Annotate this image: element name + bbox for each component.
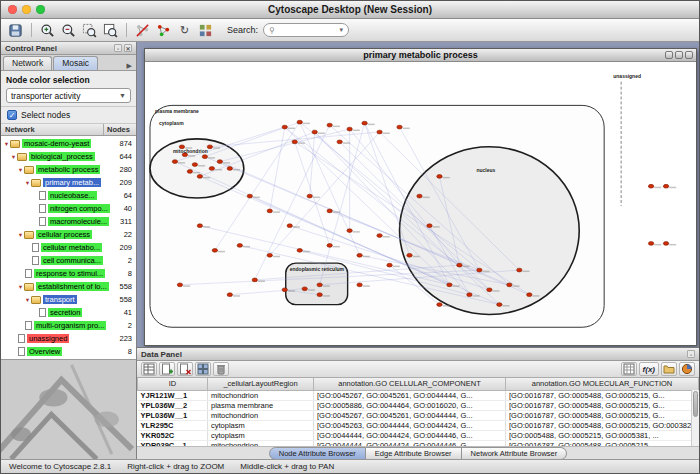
network-node[interactable] [327,209,332,213]
column-header-network[interactable]: Network [1,124,104,135]
save-session-button[interactable] [6,21,25,40]
tree-item-primary-metab[interactable]: ▼primary metab...209 [1,176,136,189]
network-node[interactable] [209,167,214,171]
column-header-id[interactable]: ID [138,378,208,390]
tree-item-overview[interactable]: Overview8 [1,345,136,358]
network-node[interactable] [247,194,252,198]
network-node[interactable] [207,145,212,149]
network-node[interactable] [517,268,522,272]
network-node[interactable] [197,175,202,179]
select-attributes-button[interactable] [141,362,157,376]
network-node[interactable] [327,244,332,248]
float-panel-icon[interactable]: ▫ [687,350,695,358]
network-node[interactable] [312,130,317,134]
network-node[interactable] [327,123,332,127]
network-node[interactable] [192,163,197,167]
tree-item-mosaic-demo-yeast[interactable]: ▼mosaic-demo-yeast874 [1,137,136,150]
minimize-window-button[interactable] [22,5,31,14]
network-node[interactable] [252,278,257,282]
network-node[interactable] [507,283,512,287]
frame-maximize-button[interactable] [675,51,683,59]
network-node[interactable] [457,263,462,267]
attribute-matrix-button[interactable] [621,362,637,376]
hide-selected-button[interactable] [133,21,152,40]
tree-expand-icon[interactable]: ▼ [24,180,31,186]
network-overview[interactable] [1,359,136,459]
network-node[interactable] [497,303,502,307]
network-node[interactable] [227,293,232,297]
float-panel-icon[interactable]: ▫ [114,44,122,52]
zoom-out-button[interactable] [59,21,78,40]
tree-item-metabolic-process[interactable]: ▼metabolic process280 [1,163,136,176]
close-panel-icon[interactable]: ✕ [124,44,132,52]
zoom-window-button[interactable] [36,5,45,14]
network-node[interactable] [267,209,272,213]
table-row[interactable]: YPL036W__1mitochondrion[GO:0045267, GO:0… [138,410,699,420]
attribute-chart-button[interactable] [679,362,695,376]
frame-close-button[interactable] [685,51,693,59]
tab-network-attribute-browser[interactable]: Network Attribute Browser [462,447,568,460]
table-row[interactable]: YKR052Ccytoplasm[GO:0044444, GO:0044424,… [138,430,699,440]
search-input[interactable]: ⚲ ▾ [263,23,349,37]
tree-expand-icon[interactable]: ▼ [10,154,17,160]
zoom-fit-button[interactable] [101,21,120,40]
network-node[interactable] [467,293,472,297]
network-node[interactable] [377,130,382,134]
network-canvas[interactable]: plasma membrane cytoplasm mitochondrion … [145,62,696,345]
tab-mosaic[interactable]: Mosaic [53,56,98,70]
tree-item-response-to-stimul[interactable]: response to stimul...8 [1,267,136,280]
table-row[interactable]: YPL036W__2plasma membrane[GO:0005886, GO… [138,400,699,410]
network-node[interactable] [217,160,222,164]
network-node[interactable] [427,224,432,228]
network-node[interactable] [663,242,668,246]
tree-item-cellular-process[interactable]: ▼cellular process22 [1,228,136,241]
tab-node-attribute-browser[interactable]: Node Attribute Browser [269,447,366,460]
tree-item-multi-organism-pro[interactable]: multi-organism pro...2 [1,319,136,332]
column-header-annotation-go-cellular-component[interactable]: annotation.GO CELLULAR_COMPONENT [314,378,506,390]
network-node[interactable] [527,293,532,297]
apply-layout-button[interactable]: ↻ [175,21,194,40]
tree-item-cell-communica[interactable]: cell communica...2 [1,254,136,267]
tree-expand-icon[interactable]: ▼ [17,284,24,290]
delete-attribute-button[interactable] [177,362,193,376]
table-row[interactable]: YLR295Ccytoplasm[GO:0045263, GO:0044444,… [138,420,699,430]
create-network-from-selection-button[interactable] [154,21,173,40]
network-node[interactable] [282,288,287,292]
tree-item-macromolecule[interactable]: macromolecule...311 [1,215,136,228]
table-scrollbar[interactable] [691,390,699,446]
delete-row-button[interactable] [213,362,229,376]
network-node[interactable] [487,288,492,292]
network-node[interactable] [227,167,232,171]
network-node[interactable] [177,283,182,287]
search-dropdown-icon[interactable]: ▾ [340,26,344,34]
network-node[interactable] [267,253,272,257]
network-view[interactable]: plasma membrane cytoplasm mitochondrion … [145,62,696,345]
import-attributes-button[interactable] [661,362,677,376]
tab-edge-attribute-browser[interactable]: Edge Attribute Browser [366,447,462,460]
function-builder-button[interactable]: f(x) [639,362,659,376]
tree-item-nucleobase[interactable]: nucleobase...64 [1,189,136,202]
tree-expand-icon[interactable]: ▼ [17,167,24,173]
tree-item-cellular-metabo[interactable]: cellular metabo...209 [1,241,136,254]
network-node[interactable] [292,140,297,144]
tree-expand-icon[interactable]: ▼ [3,141,10,147]
network-node[interactable] [477,268,482,272]
network-node[interactable] [347,229,352,233]
tree-item-establishment-of-lo[interactable]: ▼establishment of lo...558 [1,280,136,293]
network-node[interactable] [663,184,668,188]
table-scrollbar-thumb[interactable] [693,391,698,417]
tree-item-biological-process[interactable]: ▼biological_process644 [1,150,136,163]
network-node[interactable] [202,155,207,159]
network-node[interactable] [297,248,302,252]
network-node[interactable] [302,287,307,291]
network-node[interactable] [282,125,287,129]
network-node[interactable] [172,160,177,164]
color-attribute-dropdown[interactable]: transporter activity ▼ [6,88,131,103]
close-window-button[interactable] [8,5,17,14]
network-node[interactable] [347,127,352,131]
zoom-in-button[interactable] [38,21,57,40]
network-node[interactable] [337,140,342,144]
table-row[interactable]: YJR121W__1mitochondrion[GO:0045267, GO:0… [138,390,699,400]
tree-expand-icon[interactable]: ▼ [17,232,24,238]
network-node[interactable] [307,194,312,198]
